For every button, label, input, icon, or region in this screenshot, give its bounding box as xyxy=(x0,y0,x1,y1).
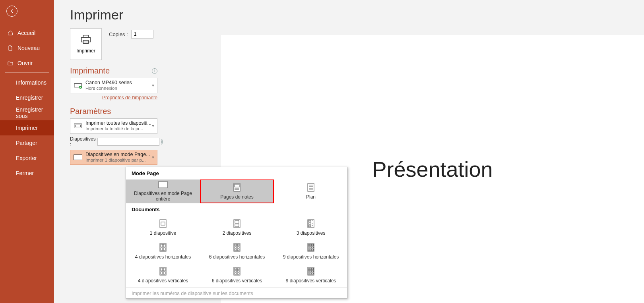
layout-option-outline[interactable]: Plan xyxy=(274,179,348,203)
layout-option-3-slides[interactable]: 3 diapositives xyxy=(274,216,348,239)
layout-option-2-slides[interactable]: 2 diapositives xyxy=(200,216,274,239)
printer-status: Hors connexion xyxy=(85,86,132,91)
print-range-sub: Imprimer la totalité de la pr... xyxy=(85,126,151,132)
nav-imprimer[interactable]: Imprimer xyxy=(0,120,54,135)
svg-rect-12 xyxy=(308,183,314,191)
gallery-heading-mode-page: Mode Page xyxy=(126,167,347,179)
slides-all-icon xyxy=(74,123,82,129)
slides-range-input[interactable] xyxy=(97,138,159,146)
nav-label: Partager xyxy=(16,140,37,146)
layout-option-9v[interactable]: 9 diapositives verticales xyxy=(274,263,348,287)
separator xyxy=(5,72,49,73)
nav-label: Exporter xyxy=(16,155,37,161)
layout-option-notes-pages[interactable]: Pages de notes xyxy=(200,179,274,203)
nav-nouveau[interactable]: Nouveau xyxy=(0,41,54,56)
arrow-left-icon xyxy=(9,8,15,14)
printer-properties-link[interactable]: Propriétés de l'imprimante xyxy=(70,95,157,100)
handout-9h-icon xyxy=(307,243,314,252)
section-printer-title: Imprimante i xyxy=(70,66,157,75)
layout-option-full-page-slides[interactable]: Diapositives en mode Page entière xyxy=(126,179,200,203)
layout-option-6v[interactable]: 6 diapositives verticales xyxy=(200,263,274,287)
main-content: Imprimer Imprimer Copies : Imprimante i … xyxy=(54,0,644,303)
print-range-main: Imprimer toutes les diapositi... xyxy=(85,120,151,126)
nav-label: Enregistrer sous xyxy=(16,106,54,119)
copies-input[interactable] xyxy=(131,30,153,39)
nav-exporter[interactable]: Exporter xyxy=(0,151,54,166)
copies-label: Copies : xyxy=(109,31,128,37)
layout-option-6h[interactable]: 6 diapositives horizontales xyxy=(200,239,274,263)
chevron-down-icon: ▼ xyxy=(151,155,155,159)
layout-option-9h[interactable]: 9 diapositives horizontales xyxy=(274,239,348,263)
full-slide-icon xyxy=(158,181,168,188)
nav-fermer[interactable]: Fermer xyxy=(0,166,54,181)
nav-label: Fermer xyxy=(16,170,34,176)
nav-informations[interactable]: Informations xyxy=(0,75,54,90)
handout-3-icon xyxy=(307,219,314,228)
print-range-dropdown[interactable]: Imprimer toutes les diapositi... Imprime… xyxy=(70,118,157,134)
chevron-down-icon: ▼ xyxy=(151,84,155,87)
layout-option-1-slide[interactable]: 1 diapositive xyxy=(126,216,200,239)
printer-device-icon xyxy=(74,82,82,89)
printer-select-dropdown[interactable]: Canon MP490 series Hors connexion ▼ xyxy=(70,78,157,93)
svg-rect-17 xyxy=(160,220,166,228)
handout-6v-icon xyxy=(233,267,241,276)
nav-label: Nouveau xyxy=(17,45,40,51)
nav-label: Imprimer xyxy=(16,125,38,131)
handout-4h-icon xyxy=(159,243,167,252)
handout-9v-icon xyxy=(307,267,314,276)
gallery-heading-documents: Documents xyxy=(126,203,347,216)
nav-label: Enregistrer xyxy=(16,95,43,101)
outline-icon xyxy=(307,183,314,192)
svg-rect-1 xyxy=(81,37,91,42)
folder-open-icon xyxy=(7,60,14,66)
print-button[interactable]: Imprimer xyxy=(70,28,102,60)
svg-rect-0 xyxy=(83,35,88,38)
nav-enregistrer-sous[interactable]: Enregistrer sous xyxy=(0,105,54,120)
home-icon xyxy=(7,30,14,36)
handout-6h-icon xyxy=(233,243,241,252)
slides-range-label: Diapositives : xyxy=(70,136,96,147)
nav-partager[interactable]: Partager xyxy=(0,135,54,151)
chevron-down-icon: ▼ xyxy=(151,124,155,128)
page-title: Imprimer xyxy=(70,7,169,23)
printer-name: Canon MP490 series xyxy=(85,80,132,86)
nav-ouvrir[interactable]: Ouvrir xyxy=(0,56,54,71)
file-new-icon xyxy=(7,45,14,51)
info-icon[interactable]: i xyxy=(161,139,163,145)
layout-option-4v[interactable]: 4 diapositives verticales xyxy=(126,263,200,287)
layout-gallery-popup: Mode Page Diapositives en mode Page enti… xyxy=(126,167,347,299)
svg-rect-41 xyxy=(308,243,314,251)
handout-2-icon xyxy=(233,219,241,228)
layout-main: Diapositives en mode Page... xyxy=(85,152,150,158)
handout-4v-icon xyxy=(159,267,167,276)
layout-sub: Imprimer 1 diapositive par p... xyxy=(85,158,150,163)
svg-rect-19 xyxy=(234,220,240,228)
handout-1-icon xyxy=(159,219,167,228)
layout-dropdown[interactable]: Diapositives en mode Page... Imprimer 1 … xyxy=(70,150,157,165)
backstage-sidebar: Accueil Nouveau Ouvrir Informations Enre… xyxy=(0,0,54,303)
nav-label: Ouvrir xyxy=(17,60,33,66)
nav-enregistrer[interactable]: Enregistrer xyxy=(0,90,54,105)
gallery-footer-option[interactable]: Imprimer les numéros de diapositive sur … xyxy=(126,287,347,298)
nav-label: Informations xyxy=(16,79,47,86)
layout-option-4h[interactable]: 4 diapositives horizontales xyxy=(126,239,200,263)
section-settings-title: Paramètres xyxy=(70,107,157,116)
nav-label: Accueil xyxy=(17,30,35,36)
svg-rect-7 xyxy=(159,181,167,188)
info-icon[interactable]: i xyxy=(152,68,157,74)
svg-rect-63 xyxy=(308,267,314,275)
back-button[interactable] xyxy=(6,6,17,17)
slide-thumb-icon xyxy=(74,154,82,160)
slide-title-text: Présentation xyxy=(372,157,493,181)
print-button-label: Imprimer xyxy=(76,48,95,54)
svg-rect-6 xyxy=(76,125,81,127)
notes-pages-icon xyxy=(233,183,241,192)
printer-icon xyxy=(80,35,92,44)
nav-accueil[interactable]: Accueil xyxy=(0,25,54,41)
